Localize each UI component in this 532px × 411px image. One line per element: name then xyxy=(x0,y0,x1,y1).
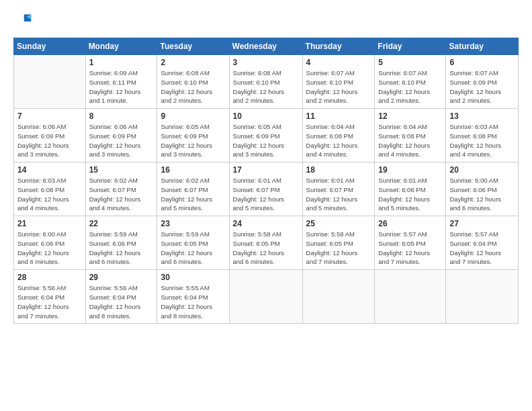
col-monday: Monday xyxy=(85,38,157,55)
day-info: Sunrise: 6:03 AM Sunset: 6:08 PM Dayligh… xyxy=(449,122,515,159)
calendar-cell xyxy=(229,270,302,324)
calendar-cell: 9Sunrise: 6:05 AM Sunset: 6:09 PM Daylig… xyxy=(157,109,229,163)
calendar-cell: 10Sunrise: 6:05 AM Sunset: 6:09 PM Dayli… xyxy=(229,109,302,163)
calendar-cell xyxy=(302,270,375,324)
calendar-cell: 1Sunrise: 6:09 AM Sunset: 6:11 PM Daylig… xyxy=(85,55,157,109)
day-number: 15 xyxy=(89,165,154,175)
calendar-cell: 12Sunrise: 6:04 AM Sunset: 6:08 PM Dayli… xyxy=(375,109,446,163)
calendar-cell: 20Sunrise: 6:00 AM Sunset: 6:06 PM Dayli… xyxy=(446,163,519,216)
day-number: 29 xyxy=(89,273,154,282)
day-info: Sunrise: 6:03 AM Sunset: 6:08 PM Dayligh… xyxy=(17,176,82,213)
day-info: Sunrise: 6:04 AM Sunset: 6:08 PM Dayligh… xyxy=(378,122,442,159)
day-number: 27 xyxy=(449,219,515,228)
day-number: 13 xyxy=(449,111,515,121)
calendar-week-row: 21Sunrise: 6:00 AM Sunset: 6:06 PM Dayli… xyxy=(14,216,519,270)
day-info: Sunrise: 6:02 AM Sunset: 6:07 PM Dayligh… xyxy=(161,176,225,213)
day-number: 30 xyxy=(161,273,225,282)
day-info: Sunrise: 6:09 AM Sunset: 6:11 PM Dayligh… xyxy=(89,68,154,105)
col-saturday: Saturday xyxy=(446,38,519,55)
calendar-week-row: 1Sunrise: 6:09 AM Sunset: 6:11 PM Daylig… xyxy=(14,55,519,109)
day-info: Sunrise: 6:06 AM Sunset: 6:09 PM Dayligh… xyxy=(89,122,154,159)
calendar-week-row: 7Sunrise: 6:06 AM Sunset: 6:09 PM Daylig… xyxy=(14,109,519,163)
calendar-header-row: Sunday Monday Tuesday Wednesday Thursday… xyxy=(14,38,519,55)
calendar-cell: 3Sunrise: 6:08 AM Sunset: 6:10 PM Daylig… xyxy=(229,55,302,109)
day-number: 1 xyxy=(89,58,154,67)
day-number: 4 xyxy=(306,58,371,67)
day-info: Sunrise: 6:08 AM Sunset: 6:10 PM Dayligh… xyxy=(161,68,225,105)
day-number: 25 xyxy=(306,219,371,228)
day-number: 24 xyxy=(233,219,299,228)
calendar-cell: 22Sunrise: 5:59 AM Sunset: 6:06 PM Dayli… xyxy=(85,216,157,270)
col-friday: Friday xyxy=(375,38,446,55)
day-info: Sunrise: 5:55 AM Sunset: 6:04 PM Dayligh… xyxy=(161,283,225,320)
calendar-cell: 27Sunrise: 5:57 AM Sunset: 6:04 PM Dayli… xyxy=(446,216,519,270)
calendar-cell: 8Sunrise: 6:06 AM Sunset: 6:09 PM Daylig… xyxy=(85,109,157,163)
calendar-week-row: 14Sunrise: 6:03 AM Sunset: 6:08 PM Dayli… xyxy=(14,163,519,216)
day-number: 14 xyxy=(17,165,82,175)
day-number: 17 xyxy=(233,165,299,175)
logo-icon xyxy=(13,12,32,31)
calendar-cell: 14Sunrise: 6:03 AM Sunset: 6:08 PM Dayli… xyxy=(14,163,86,216)
calendar-cell: 30Sunrise: 5:55 AM Sunset: 6:04 PM Dayli… xyxy=(157,270,229,324)
calendar-cell: 28Sunrise: 5:56 AM Sunset: 6:04 PM Dayli… xyxy=(14,270,86,324)
day-info: Sunrise: 5:57 AM Sunset: 6:05 PM Dayligh… xyxy=(378,230,442,267)
calendar-cell: 7Sunrise: 6:06 AM Sunset: 6:09 PM Daylig… xyxy=(14,109,86,163)
header xyxy=(13,12,519,31)
calendar-cell: 25Sunrise: 5:58 AM Sunset: 6:05 PM Dayli… xyxy=(302,216,375,270)
calendar-cell xyxy=(375,270,446,324)
day-number: 21 xyxy=(17,219,82,228)
col-thursday: Thursday xyxy=(302,38,375,55)
day-info: Sunrise: 6:01 AM Sunset: 6:07 PM Dayligh… xyxy=(233,176,299,213)
day-number: 19 xyxy=(378,165,442,175)
calendar-cell: 2Sunrise: 6:08 AM Sunset: 6:10 PM Daylig… xyxy=(157,55,229,109)
day-number: 28 xyxy=(17,273,82,282)
day-info: Sunrise: 5:58 AM Sunset: 6:05 PM Dayligh… xyxy=(233,230,299,267)
calendar-cell: 17Sunrise: 6:01 AM Sunset: 6:07 PM Dayli… xyxy=(229,163,302,216)
day-info: Sunrise: 6:08 AM Sunset: 6:10 PM Dayligh… xyxy=(233,68,299,105)
day-number: 8 xyxy=(89,111,154,121)
calendar-table: Sunday Monday Tuesday Wednesday Thursday… xyxy=(13,38,519,324)
page: Sunday Monday Tuesday Wednesday Thursday… xyxy=(0,0,532,411)
day-number: 3 xyxy=(233,58,299,67)
day-number: 12 xyxy=(378,111,442,121)
calendar-cell: 16Sunrise: 6:02 AM Sunset: 6:07 PM Dayli… xyxy=(157,163,229,216)
calendar-cell: 6Sunrise: 6:07 AM Sunset: 6:09 PM Daylig… xyxy=(446,55,519,109)
day-number: 16 xyxy=(161,165,225,175)
day-number: 5 xyxy=(378,58,442,67)
calendar-week-row: 28Sunrise: 5:56 AM Sunset: 6:04 PM Dayli… xyxy=(14,270,519,324)
calendar-cell: 26Sunrise: 5:57 AM Sunset: 6:05 PM Dayli… xyxy=(375,216,446,270)
day-info: Sunrise: 6:05 AM Sunset: 6:09 PM Dayligh… xyxy=(161,122,225,159)
calendar-cell xyxy=(14,55,86,109)
day-number: 7 xyxy=(17,111,82,121)
calendar-cell: 18Sunrise: 6:01 AM Sunset: 6:07 PM Dayli… xyxy=(302,163,375,216)
day-info: Sunrise: 6:00 AM Sunset: 6:06 PM Dayligh… xyxy=(449,176,515,213)
day-number: 10 xyxy=(233,111,299,121)
calendar-cell: 19Sunrise: 6:01 AM Sunset: 6:06 PM Dayli… xyxy=(375,163,446,216)
day-info: Sunrise: 5:56 AM Sunset: 6:04 PM Dayligh… xyxy=(17,283,82,320)
day-number: 6 xyxy=(449,58,515,67)
day-info: Sunrise: 6:01 AM Sunset: 6:06 PM Dayligh… xyxy=(378,176,442,213)
calendar-cell: 23Sunrise: 5:59 AM Sunset: 6:05 PM Dayli… xyxy=(157,216,229,270)
day-info: Sunrise: 6:06 AM Sunset: 6:09 PM Dayligh… xyxy=(17,122,82,159)
day-info: Sunrise: 6:04 AM Sunset: 6:08 PM Dayligh… xyxy=(306,122,371,159)
col-tuesday: Tuesday xyxy=(157,38,229,55)
col-sunday: Sunday xyxy=(14,38,86,55)
calendar-cell: 21Sunrise: 6:00 AM Sunset: 6:06 PM Dayli… xyxy=(14,216,86,270)
day-info: Sunrise: 6:07 AM Sunset: 6:10 PM Dayligh… xyxy=(306,68,371,105)
calendar-cell xyxy=(446,270,519,324)
day-info: Sunrise: 6:07 AM Sunset: 6:10 PM Dayligh… xyxy=(378,68,442,105)
day-info: Sunrise: 6:01 AM Sunset: 6:07 PM Dayligh… xyxy=(306,176,371,213)
day-number: 20 xyxy=(449,165,515,175)
day-number: 9 xyxy=(161,111,225,121)
day-info: Sunrise: 6:00 AM Sunset: 6:06 PM Dayligh… xyxy=(17,230,82,267)
day-info: Sunrise: 5:58 AM Sunset: 6:05 PM Dayligh… xyxy=(306,230,371,267)
day-number: 18 xyxy=(306,165,371,175)
day-info: Sunrise: 5:59 AM Sunset: 6:06 PM Dayligh… xyxy=(89,230,154,267)
day-number: 2 xyxy=(161,58,225,67)
day-number: 11 xyxy=(306,111,371,121)
day-info: Sunrise: 6:02 AM Sunset: 6:07 PM Dayligh… xyxy=(89,176,154,213)
calendar-cell: 5Sunrise: 6:07 AM Sunset: 6:10 PM Daylig… xyxy=(375,55,446,109)
calendar-cell: 15Sunrise: 6:02 AM Sunset: 6:07 PM Dayli… xyxy=(85,163,157,216)
col-wednesday: Wednesday xyxy=(229,38,302,55)
day-info: Sunrise: 6:05 AM Sunset: 6:09 PM Dayligh… xyxy=(233,122,299,159)
